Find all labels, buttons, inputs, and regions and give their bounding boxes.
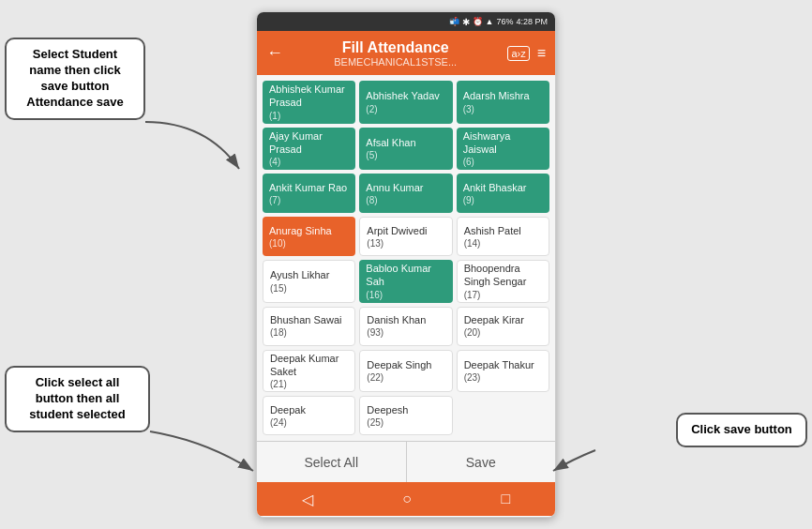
page-wrapper: Select Student name then click save butt… [0, 0, 812, 529]
student-number: (22) [367, 371, 444, 384]
header-title-block: Fill Attendance BEMECHANICAL1STSE... [291, 38, 500, 68]
student-card[interactable]: Deepak Singh(22) [359, 350, 452, 393]
select-all-button[interactable]: Select All [257, 442, 407, 482]
back-nav-button[interactable]: ◁ [302, 491, 313, 508]
annotation-bottom-right: Click save button [676, 413, 807, 447]
student-card[interactable]: Ashish Patel(14) [457, 217, 549, 256]
student-card[interactable]: Anurag Sinha(10) [263, 217, 355, 256]
student-card[interactable]: Ayush Likhar(15) [263, 260, 355, 303]
student-name: Danish Khan [367, 313, 444, 326]
student-card[interactable]: Bhushan Sawai(18) [263, 307, 355, 346]
back-button[interactable]: ← [266, 43, 283, 63]
app-subtitle: BEMECHANICAL1STSE... [291, 56, 500, 68]
student-name: Adarsh Mishra [463, 89, 543, 102]
student-card[interactable]: Afsal Khan(5) [359, 128, 452, 171]
student-card[interactable]: Deepesh(25) [359, 396, 452, 435]
student-number: (6) [463, 156, 543, 168]
student-name: Deepak Kumar Saket [270, 352, 348, 379]
student-card[interactable]: Babloo Kumar Sah(16) [359, 260, 452, 303]
student-number: (1) [269, 110, 349, 122]
student-number: (14) [464, 237, 542, 249]
save-button[interactable]: Save [407, 442, 556, 482]
student-number: (9) [463, 194, 543, 206]
student-name: Ashish Patel [464, 224, 542, 237]
time-display: 4:28 PM [516, 17, 548, 26]
az-sort-button[interactable]: a›z [507, 46, 529, 61]
student-grid: Abhishek Kumar Prasad(1)Abhishek Yadav(2… [257, 75, 555, 441]
student-name: Deepak Thakur [464, 358, 542, 371]
student-card[interactable]: Danish Khan(93) [359, 307, 452, 346]
student-card[interactable]: Annu Kumar(8) [359, 174, 452, 213]
nav-bar: ◁ ○ □ [257, 482, 555, 516]
app-title: Fill Attendance [291, 38, 500, 56]
student-number: (21) [270, 378, 348, 390]
app-header: ← Fill Attendance BEMECHANICAL1STSE... a… [257, 31, 555, 75]
student-name: Anurag Sinha [269, 224, 349, 237]
student-number: (24) [270, 416, 348, 429]
phone-frame: 📬 ✱ ⏰ ▲ 76% 4:28 PM ← Fill Attendance BE… [256, 11, 556, 518]
student-number: (7) [269, 194, 349, 206]
bluetooth-icon: ✱ [462, 17, 470, 27]
signal-icon: ▲ [486, 17, 494, 26]
student-number: (20) [464, 326, 542, 339]
student-number: (17) [464, 289, 542, 301]
home-nav-button[interactable]: ○ [402, 491, 412, 507]
bottom-bar: Select All Save [257, 441, 555, 482]
student-number: (18) [270, 326, 348, 339]
status-bar: 📬 ✱ ⏰ ▲ 76% 4:28 PM [257, 12, 555, 31]
student-name: Deepak Singh [367, 358, 444, 371]
student-card[interactable]: Ankit Kumar Rao(7) [263, 174, 355, 213]
student-card[interactable]: Ajay Kumar Prasad(4) [263, 128, 355, 171]
battery-icon: 76% [496, 17, 513, 26]
annotation-bottom-left: Click select all button then all student… [5, 366, 150, 432]
student-name: Ayush Likhar [270, 268, 348, 281]
student-number: (93) [367, 326, 444, 339]
student-name: Arpit Dwivedi [367, 224, 444, 237]
student-name: Abhishek Kumar Prasad [269, 83, 349, 110]
student-name: Bhushan Sawai [270, 313, 348, 326]
student-name: Ankit Kumar Rao [269, 181, 349, 194]
student-name: Ankit Bhaskar [463, 181, 543, 194]
student-number: (23) [464, 371, 542, 384]
student-number: (16) [366, 289, 445, 301]
status-icons: 📬 ✱ ⏰ ▲ 76% 4:28 PM [449, 17, 548, 27]
student-name: Ajay Kumar Prasad [269, 129, 349, 157]
student-card[interactable]: Deepak Kumar Saket(21) [263, 350, 355, 393]
student-name: Deepak [270, 403, 348, 416]
student-number: (5) [366, 149, 445, 161]
student-number: (8) [366, 194, 445, 206]
annotation-top-left: Select Student name then click save butt… [5, 38, 145, 120]
recent-nav-button[interactable]: □ [502, 491, 511, 507]
student-name: Aishwarya Jaiswal [463, 129, 543, 157]
student-number: (25) [367, 416, 444, 429]
student-card[interactable]: Arpit Dwivedi(13) [359, 217, 452, 256]
student-name: Bhoopendra Singh Sengar [464, 262, 542, 289]
student-number: (2) [366, 103, 445, 115]
student-card[interactable]: Abhishek Kumar Prasad(1) [263, 81, 355, 124]
student-card[interactable]: Bhoopendra Singh Sengar(17) [457, 260, 549, 303]
header-actions: a›z ≡ [507, 45, 546, 62]
student-name: Afsal Khan [366, 136, 445, 149]
student-card[interactable]: Deepak(24) [263, 396, 355, 435]
student-card[interactable]: Deepak Thakur(23) [457, 350, 549, 393]
filter-icon[interactable]: ≡ [537, 45, 546, 62]
alarm-icon: ⏰ [473, 17, 483, 26]
student-number: (10) [269, 237, 349, 249]
student-number: (3) [463, 103, 543, 115]
student-name: Annu Kumar [366, 181, 445, 194]
student-card[interactable]: Abhishek Yadav(2) [359, 81, 452, 124]
student-number: (15) [270, 282, 348, 295]
student-name: Deepesh [367, 403, 444, 416]
student-card[interactable]: Deepak Kirar(20) [457, 307, 549, 346]
student-name: Abhishek Yadav [366, 89, 445, 102]
student-card[interactable]: Adarsh Mishra(3) [457, 81, 549, 124]
student-name: Deepak Kirar [464, 313, 542, 326]
student-number: (4) [269, 156, 349, 168]
student-name: Babloo Kumar Sah [366, 262, 445, 289]
notification-icon: 📬 [449, 17, 459, 26]
student-card[interactable]: Ankit Bhaskar(9) [457, 174, 549, 213]
student-number: (13) [367, 237, 444, 249]
student-card[interactable]: Aishwarya Jaiswal(6) [457, 128, 549, 171]
